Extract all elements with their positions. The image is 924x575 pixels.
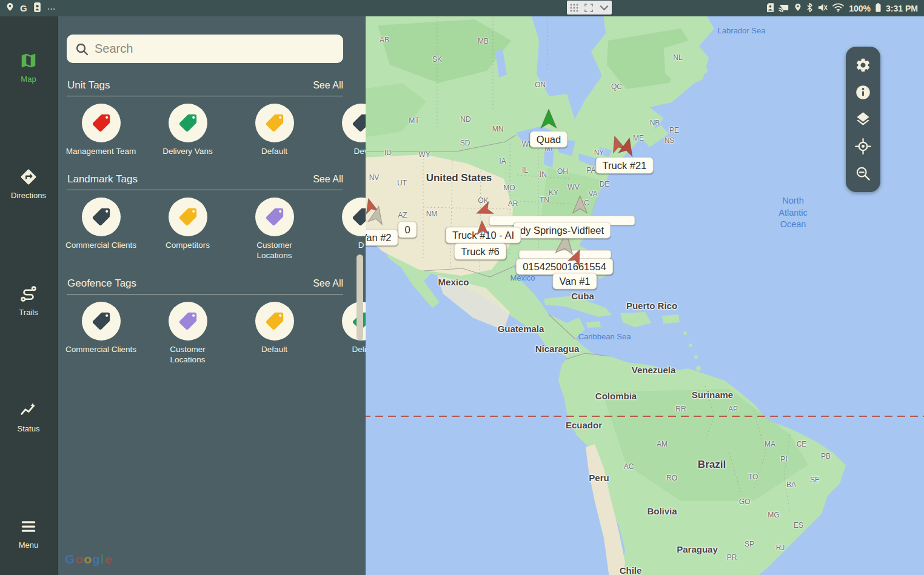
menu-icon [19, 517, 38, 538]
tag-label: Commercial Clients [65, 241, 136, 251]
sidebar-item-map[interactable]: Map [0, 52, 57, 84]
tag-icon [169, 104, 207, 142]
tag-label: Customer Locations [152, 345, 224, 365]
directions-icon [19, 168, 38, 188]
chevron-down-icon [600, 5, 609, 11]
sidebar-item-label: Map [21, 75, 36, 84]
tag-icon [255, 302, 294, 341]
section-landmark-tags: Landmark Tags See All Commercial Clients… [58, 173, 366, 261]
tag-customer-locations[interactable]: Customer Locations [231, 198, 318, 261]
tag-d[interactable]: D [318, 198, 366, 261]
sidebar-item-label: Status [18, 424, 40, 433]
map-tools-panel [846, 47, 880, 192]
settings-button[interactable] [853, 55, 874, 75]
tag-label: Deliv [352, 345, 366, 355]
tag-icon [342, 198, 366, 236]
vehicle-label[interactable]: Truck #21 [596, 158, 654, 174]
tag-icon [82, 104, 121, 142]
my-location-button[interactable] [853, 136, 874, 157]
tag-icon [342, 104, 366, 142]
tag-icon [255, 198, 294, 236]
info-button[interactable] [853, 82, 874, 102]
tag-row: Commercial Clients Customer Locations De… [58, 302, 366, 365]
google-notification-icon: G [20, 3, 27, 13]
status-bar: G ⋯ 100% [0, 0, 924, 16]
sidebar-item-label: Trails [19, 308, 38, 317]
search-input[interactable] [67, 35, 343, 63]
vehicle-label[interactable]: Quad [530, 131, 567, 148]
tag-label: Management Team [66, 147, 136, 157]
overflow-dots-icon: ⋯ [47, 4, 56, 13]
sidebar-item-trails[interactable]: Trails [0, 285, 57, 317]
map-terrain [366, 16, 924, 575]
search-icon [75, 42, 89, 59]
section-title: Unit Tags [67, 79, 110, 91]
tag-management-team[interactable]: Management Team [58, 104, 144, 157]
map-canvas[interactable]: ABSKMBONQCNLNBPENSMEMTNDMNWIMISDWYIAILIN… [366, 16, 924, 575]
tag-row: Commercial Clients Competitors Customer … [58, 198, 366, 261]
vehicle-label[interactable]: 0 [398, 222, 417, 238]
tag-icon [169, 302, 207, 341]
vehicle-label[interactable]: 015425001661554 [516, 259, 613, 275]
tag-label: D [358, 241, 364, 251]
see-all-link[interactable]: See All [313, 278, 343, 289]
bluetooth-icon [806, 3, 813, 14]
tag-customer-locations[interactable]: Customer Locations [144, 302, 231, 365]
status-icon [19, 401, 38, 422]
tag-competitors[interactable]: Competitors [144, 198, 231, 261]
map-icon [19, 52, 38, 72]
nav-sidebar: Map Directions Trails Status Menu [0, 16, 58, 575]
fullscreen-icon [584, 4, 593, 12]
app-screen: ABSKMBONQCNLNBPENSMEMTNDMNWIMISDWYIAILIN… [0, 0, 924, 575]
sidebar-item-status[interactable]: Status [0, 401, 57, 433]
tag-delivery-vans[interactable]: Delivery Vans [144, 104, 231, 157]
vehicle-label[interactable]: Truck #6 [454, 244, 506, 260]
tag-label: Dev [353, 147, 366, 157]
vehicle-label[interactable]: Van #1 [552, 273, 597, 290]
tag-label: Commercial Clients [65, 345, 136, 355]
vehicle-label[interactable]: Truck #10 - AI [446, 227, 521, 244]
sidebar-item-label: Directions [11, 191, 46, 200]
tag-label: Competitors [166, 241, 210, 251]
profile-icon [33, 2, 41, 15]
keyboard-grid-icon [570, 4, 578, 12]
layers-button[interactable] [853, 109, 874, 130]
tag-dev[interactable]: Dev [318, 104, 366, 157]
tag-label: Customer Locations [239, 241, 310, 261]
map-label-ghost [519, 250, 611, 259]
vehicle-label[interactable]: dy Springs-Vidfleet [514, 222, 611, 239]
tag-icon [169, 198, 207, 236]
battery-icon [875, 3, 881, 14]
mute-icon [818, 3, 828, 14]
tag-commercial-clients[interactable]: Commercial Clients [58, 198, 144, 261]
sidebar-item-directions[interactable]: Directions [0, 168, 57, 200]
see-all-link[interactable]: See All [313, 80, 343, 91]
sidebar-item-menu[interactable]: Menu [0, 517, 57, 550]
section-divider [67, 294, 343, 294]
wifi-icon [832, 3, 844, 14]
sidebar-item-label: Menu [19, 540, 39, 550]
tag-label: Default [261, 147, 287, 157]
see-all-link[interactable]: See All [313, 174, 343, 185]
tag-default[interactable]: Default [231, 302, 318, 365]
section-unit-tags: Unit Tags See All Management Team Delive… [58, 79, 366, 157]
clock-text: 3:31 PM [886, 4, 918, 13]
tag-label: Default [261, 345, 287, 355]
tags-panel: Unit Tags See All Management Team Delive… [58, 16, 366, 575]
google-watermark: Google [65, 552, 112, 567]
location-pin-icon [6, 2, 14, 14]
sim-badge-icon [767, 3, 774, 14]
keyboard-widget[interactable] [567, 1, 612, 15]
zoom-out-button[interactable] [853, 164, 874, 184]
tag-icon [82, 302, 121, 341]
tag-default[interactable]: Default [231, 104, 318, 157]
location-icon [794, 3, 802, 13]
battery-percent-text: 100% [849, 4, 871, 13]
section-divider [67, 96, 343, 96]
tag-icon [255, 104, 294, 142]
cast-icon [778, 3, 789, 14]
tag-commercial-clients[interactable]: Commercial Clients [58, 302, 144, 365]
tag-icon [82, 198, 121, 236]
section-title: Landmark Tags [67, 173, 138, 185]
panel-scrollbar[interactable] [357, 254, 363, 341]
